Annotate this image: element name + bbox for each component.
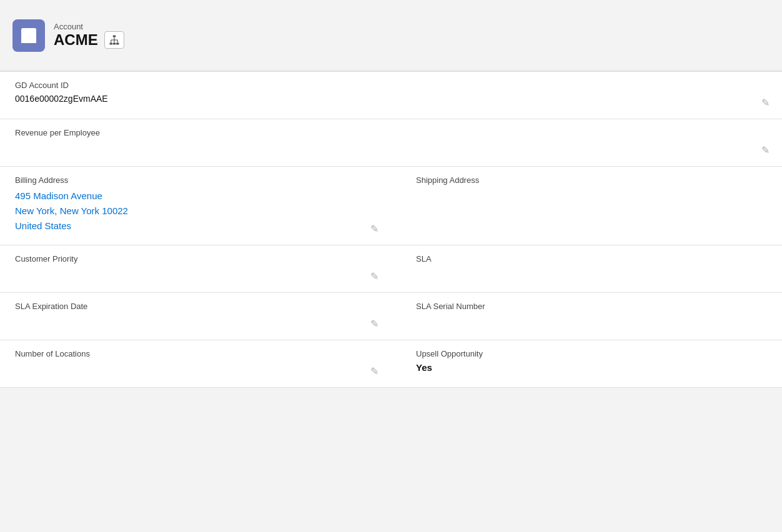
content-area: GD Account ID 0016e00002zgEvmAAE ✎ Reven… [0,72,782,388]
revenue-edit-icon[interactable]: ✎ [761,144,770,156]
num-locations-value [15,362,376,376]
svg-rect-2 [112,43,116,45]
num-locations-cell: Number of Locations ✎ [0,340,391,387]
header-text-block: Account ACME [54,22,124,49]
hierarchy-button[interactable] [104,31,124,49]
revenue-value [15,141,767,155]
billing-line2[interactable]: New York, New York 10022 [15,204,376,219]
hierarchy-icon [109,34,120,46]
title-row: ACME [54,31,124,49]
gd-account-id-section: GD Account ID 0016e00002zgEvmAAE ✎ [0,72,782,119]
page-header: Account ACME [0,0,782,72]
gd-account-id-label: GD Account ID [15,81,767,90]
address-section: Billing Address 495 Madison Avenue New Y… [0,167,782,245]
num-locations-edit-icon[interactable]: ✎ [370,365,379,377]
account-icon [12,19,45,52]
account-title: ACME [54,31,98,49]
shipping-address-label: Shipping Address [416,175,767,185]
customer-priority-edit-icon[interactable]: ✎ [370,270,379,282]
sla-value [416,267,767,281]
sla-dates-section: SLA Expiration Date ✎ SLA Serial Number [0,293,782,340]
gd-account-id-edit-icon[interactable]: ✎ [761,97,770,109]
billing-address-value: 495 Madison Avenue New York, New York 10… [15,189,376,234]
svg-rect-1 [109,43,112,45]
billing-line1[interactable]: 495 Madison Avenue [15,189,376,204]
billing-address-edit-icon[interactable]: ✎ [370,223,379,235]
sla-label: SLA [416,254,767,264]
svg-rect-0 [112,36,116,37]
gd-account-id-value: 0016e00002zgEvmAAE [15,94,767,107]
sla-expiration-value [15,315,376,328]
sla-cell: SLA [391,245,782,292]
sla-expiration-cell: SLA Expiration Date ✎ [0,293,391,340]
upsell-opportunity-label: Upsell Opportunity [416,349,767,358]
gd-account-id-cell: GD Account ID 0016e00002zgEvmAAE ✎ [0,72,782,119]
sla-serial-label: SLA Serial Number [416,302,767,311]
revenue-cell: Revenue per Employee ✎ [0,119,782,166]
priority-sla-section: Customer Priority ✎ SLA [0,245,782,293]
customer-priority-value [15,267,376,281]
sla-serial-cell: SLA Serial Number [391,293,782,340]
sla-expiration-edit-icon[interactable]: ✎ [370,318,379,330]
locations-upsell-section: Number of Locations ✎ Upsell Opportunity… [0,340,782,388]
upsell-opportunity-cell: Upsell Opportunity Yes [391,340,782,387]
billing-line3[interactable]: United States [15,219,376,234]
sla-serial-value [416,315,767,328]
building-icon [19,26,39,46]
num-locations-label: Number of Locations [15,349,376,358]
billing-address-label: Billing Address [15,175,376,185]
shipping-address-value [416,189,767,202]
svg-rect-3 [116,43,119,45]
customer-priority-cell: Customer Priority ✎ [0,245,391,292]
customer-priority-label: Customer Priority [15,254,376,264]
revenue-label: Revenue per Employee [15,128,767,137]
account-label: Account [54,22,124,31]
shipping-address-cell: Shipping Address [391,167,782,245]
billing-address-cell: Billing Address 495 Madison Avenue New Y… [0,167,391,245]
sla-expiration-label: SLA Expiration Date [15,302,376,311]
upsell-opportunity-value: Yes [416,362,767,376]
revenue-section: Revenue per Employee ✎ [0,119,782,167]
